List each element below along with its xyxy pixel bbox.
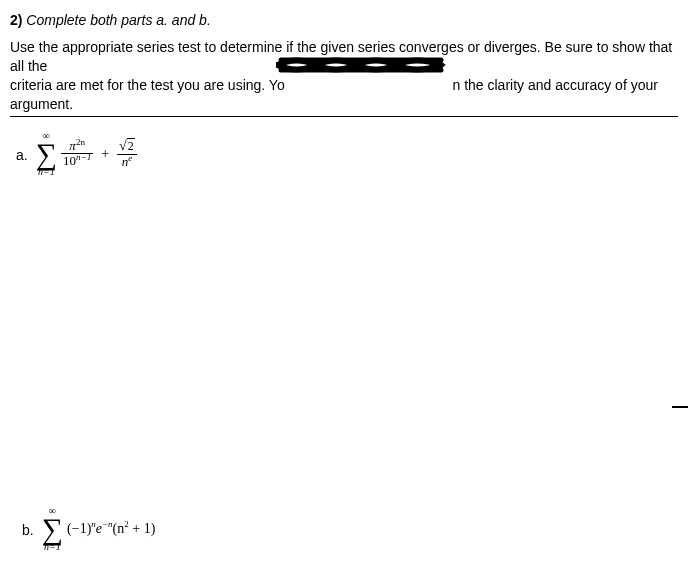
term2-numerator: 2 [117, 138, 137, 153]
part-b-label: b. [22, 520, 34, 538]
instructions-line1: Use the appropriate series test to deter… [10, 39, 672, 74]
part-b-expression: ∞ ∑ n=1 (−1)ne−n(n2 + 1) [42, 506, 156, 552]
b-open: (−1) [67, 521, 91, 536]
part-a-term2: 2 ne [117, 138, 137, 169]
sigma-a-lower: n=1 [38, 167, 55, 177]
b-tail: (n [113, 521, 125, 536]
part-b-row: b. ∞ ∑ n=1 (−1)ne−n(n2 + 1) [22, 506, 155, 552]
sqrt-icon: 2 [119, 138, 135, 153]
b-close: + 1) [129, 521, 156, 536]
part-a-term1: π2n 10n−1 [61, 139, 93, 169]
instructions-block: Use the appropriate series test to deter… [10, 38, 678, 117]
part-a-label: a. [16, 145, 28, 163]
question-number: 2) [10, 12, 22, 28]
n-exp: e [128, 152, 132, 162]
plus-operator: + [97, 146, 113, 162]
term1-denominator: 10n−1 [61, 154, 93, 168]
sigma-a-glyph: ∑ [36, 141, 57, 167]
question-directive: Complete both parts a. and b. [26, 12, 210, 28]
part-a-row: a. ∞ ∑ n=1 π2n 10n−1 + 2 ne [16, 131, 678, 177]
part-b-formula: (−1)ne−n(n2 + 1) [67, 521, 155, 537]
sqrt-radicand: 2 [127, 138, 135, 153]
instructions-line2-pre: criteria are met for the test you are us… [10, 77, 285, 93]
pi-exp: 2n [76, 136, 85, 146]
sigma-b-lower: n=1 [44, 542, 61, 552]
ten-base: 10 [63, 153, 76, 168]
b-sup2: −n [102, 519, 113, 529]
ten-exp: n−1 [76, 152, 91, 162]
sigma-symbol-a: ∞ ∑ n=1 [36, 131, 57, 177]
sigma-b-glyph: ∑ [42, 516, 63, 542]
page-edge-mark-icon [672, 406, 688, 408]
question-header: 2) Complete both parts a. and b. [10, 12, 678, 28]
part-a-expression: ∞ ∑ n=1 π2n 10n−1 + 2 ne [36, 131, 137, 177]
sigma-symbol-b: ∞ ∑ n=1 [42, 506, 63, 552]
term2-denominator: ne [120, 155, 135, 169]
